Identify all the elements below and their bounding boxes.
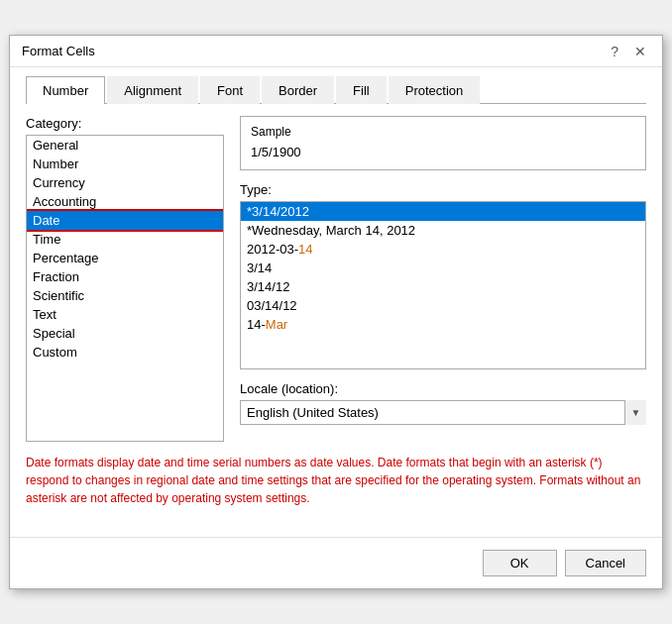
category-item-date[interactable]: Date	[27, 211, 223, 230]
category-item-scientific[interactable]: Scientific	[27, 286, 223, 305]
locale-label: Locale (location):	[240, 381, 646, 396]
category-item-time[interactable]: Time	[27, 230, 223, 249]
sample-value: 1/5/1900	[251, 143, 635, 161]
tab-number[interactable]: Number	[26, 76, 105, 104]
description-area: Date formats display date and time seria…	[26, 454, 646, 513]
sample-label: Sample	[251, 125, 635, 139]
tab-font[interactable]: Font	[200, 76, 260, 104]
category-item-accounting[interactable]: Accounting	[27, 192, 223, 211]
footer: OK Cancel	[10, 537, 662, 588]
orange-text: 14	[298, 242, 312, 257]
right-panel: Sample 1/5/1900 Type: *3/14/2012 *Wednes…	[240, 116, 646, 442]
orange-text-2: Mar	[266, 317, 287, 332]
dialog-title: Format Cells	[22, 44, 95, 58]
tab-protection[interactable]: Protection	[389, 76, 481, 104]
title-bar: Format Cells ? ✕	[10, 36, 662, 67]
type-item-1[interactable]: *Wednesday, March 14, 2012	[241, 221, 645, 240]
category-list-container: General Number Currency Accounting Date …	[26, 135, 224, 442]
category-item-number[interactable]: Number	[27, 155, 223, 173]
category-item-fraction[interactable]: Fraction	[27, 267, 223, 286]
category-item-text[interactable]: Text	[27, 305, 223, 324]
main-area: Category: General Number Currency Accoun…	[26, 116, 646, 442]
type-label: Type:	[240, 182, 646, 197]
tab-alignment[interactable]: Alignment	[107, 76, 198, 104]
format-cells-dialog: Format Cells ? ✕ Number Alignment Font B…	[9, 35, 663, 589]
category-label: Category:	[26, 116, 224, 131]
help-button[interactable]: ?	[607, 45, 622, 58]
dialog-content: Number Alignment Font Border Fill Protec…	[10, 67, 662, 529]
type-item-6[interactable]: 14-Mar	[241, 315, 645, 334]
title-controls: ? ✕	[607, 45, 650, 58]
type-item-2[interactable]: 2012-03-14	[241, 240, 645, 259]
category-item-currency[interactable]: Currency	[27, 173, 223, 192]
tab-bar: Number Alignment Font Border Fill Protec…	[26, 75, 646, 104]
category-item-custom[interactable]: Custom	[27, 343, 223, 362]
tab-fill[interactable]: Fill	[336, 76, 387, 104]
type-item-5[interactable]: 03/14/12	[241, 296, 645, 315]
category-list[interactable]: General Number Currency Accounting Date …	[27, 136, 223, 441]
type-list-container: *3/14/2012 *Wednesday, March 14, 2012 20…	[240, 201, 646, 369]
ok-button[interactable]: OK	[483, 550, 557, 576]
category-item-percentage[interactable]: Percentage	[27, 249, 223, 267]
cancel-button[interactable]: Cancel	[565, 550, 646, 576]
type-item-4[interactable]: 3/14/12	[241, 277, 645, 296]
locale-select[interactable]: English (United States)	[240, 400, 646, 425]
locale-select-wrap: English (United States) ▼	[240, 400, 646, 425]
close-button[interactable]: ✕	[630, 45, 650, 58]
left-panel: Category: General Number Currency Accoun…	[26, 116, 224, 442]
category-item-special[interactable]: Special	[27, 324, 223, 343]
type-item-3[interactable]: 3/14	[241, 259, 645, 277]
type-list[interactable]: *3/14/2012 *Wednesday, March 14, 2012 20…	[241, 202, 645, 368]
category-item-general[interactable]: General	[27, 136, 223, 155]
sample-box: Sample 1/5/1900	[240, 116, 646, 170]
tab-border[interactable]: Border	[262, 76, 334, 104]
type-item-0[interactable]: *3/14/2012	[241, 202, 645, 221]
